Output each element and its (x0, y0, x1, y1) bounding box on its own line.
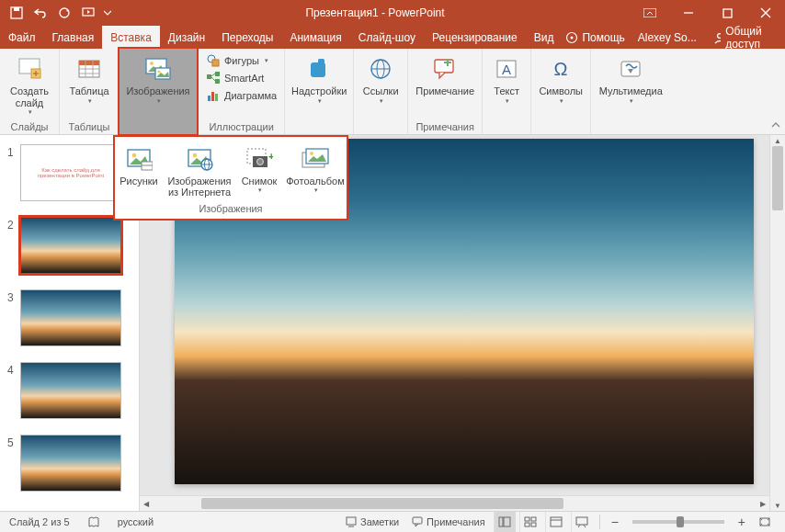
scroll-right-icon[interactable]: ▶ (757, 500, 769, 508)
start-slideshow-icon[interactable] (79, 4, 97, 22)
text-button[interactable]: A Текст▾ (486, 51, 527, 108)
zoom-out-button[interactable]: − (607, 515, 623, 529)
screenshot-button[interactable]: + Снимок▾ (235, 142, 283, 199)
group-illustrations: Фигуры▾ SmartArt Диаграмма Иллюстрации (199, 49, 285, 134)
svg-rect-6 (723, 9, 732, 17)
normal-view-icon[interactable] (494, 512, 516, 533)
comment-button[interactable]: Примечание (412, 51, 478, 101)
media-button[interactable]: Мультимедиа▾ (595, 51, 666, 108)
slideshow-view-icon[interactable] (571, 512, 593, 533)
notes-button[interactable]: Заметки (341, 516, 404, 527)
tab-view[interactable]: Вид (526, 26, 563, 49)
statusbar: Слайд 2 из 5 русский Заметки Примечания … (0, 511, 785, 532)
tab-slideshow[interactable]: Слайд-шоу (350, 26, 424, 49)
tab-review[interactable]: Рецензирование (424, 26, 526, 49)
fit-to-window-icon[interactable] (754, 516, 776, 527)
scrollbar-thumb[interactable] (772, 146, 783, 210)
smartart-button[interactable]: SmartArt (202, 70, 280, 86)
svg-rect-1 (14, 7, 19, 11)
svg-point-23 (158, 71, 161, 74)
language-indicator[interactable]: русский (118, 516, 154, 527)
thumbnail-row[interactable]: 4 (0, 360, 139, 433)
thumbnail-slide-5[interactable] (20, 435, 121, 492)
svg-rect-28 (215, 79, 220, 84)
photo-album-button[interactable]: Фотоальбом▾ (283, 142, 347, 199)
images-icon (143, 54, 173, 84)
svg-point-8 (571, 36, 574, 39)
thumbnail-row[interactable]: 2 (0, 215, 139, 288)
reading-view-icon[interactable] (545, 512, 567, 533)
svg-point-49 (193, 153, 198, 158)
svg-rect-31 (215, 94, 218, 101)
scrollbar-thumb[interactable] (201, 498, 563, 509)
pictures-button[interactable]: Рисунки (114, 142, 164, 199)
thumbnail-slide-3[interactable] (20, 289, 121, 346)
images-button[interactable]: Изображения▾ (123, 51, 193, 108)
online-pictures-button[interactable]: Изображения из Интернета (164, 142, 235, 199)
spellcheck-button[interactable] (83, 515, 105, 528)
comment-icon (430, 54, 460, 84)
svg-rect-29 (208, 96, 210, 101)
svg-point-9 (717, 33, 721, 38)
tab-home[interactable]: Главная (44, 26, 103, 49)
maximize-icon[interactable] (708, 0, 746, 26)
qat-customize-icon[interactable] (103, 4, 112, 22)
svg-rect-63 (499, 517, 503, 526)
quick-access-toolbar (0, 4, 119, 22)
thumbnail-slide-1[interactable]: Как сделать слайд для презентации в Powe… (20, 144, 121, 201)
comments-button[interactable]: Примечания (407, 516, 490, 527)
shapes-button[interactable]: Фигуры▾ (202, 52, 280, 69)
tab-file[interactable]: Файл (0, 26, 44, 49)
tab-animations[interactable]: Анимация (281, 26, 349, 49)
group-tables-label: Таблицы (69, 119, 110, 134)
media-icon (616, 54, 645, 84)
undo-icon[interactable] (31, 4, 50, 22)
share-button[interactable]: Общий доступ (706, 26, 778, 49)
help-button[interactable]: Помощь (562, 31, 628, 44)
tab-design[interactable]: Дизайн (160, 26, 213, 49)
group-links: Ссылки▾ x (354, 49, 408, 134)
thumbnail-row[interactable]: 3 (0, 288, 139, 360)
group-tables: Таблица▾ Таблицы (60, 49, 119, 134)
thumbnail-slide-2[interactable] (20, 217, 121, 274)
thumbnail-row[interactable]: 5 (0, 433, 139, 505)
symbols-button[interactable]: Ω Символы▾ (535, 51, 586, 108)
svg-point-45 (132, 153, 137, 158)
tab-transitions[interactable]: Переходы (213, 26, 281, 49)
sorter-view-icon[interactable] (519, 512, 541, 533)
scroll-up-icon[interactable]: ▲ (770, 135, 785, 146)
save-icon[interactable] (7, 4, 26, 22)
horizontal-scrollbar[interactable]: ◀ ▶ (140, 495, 769, 511)
thumbnail-number: 2 (7, 217, 20, 232)
scroll-left-icon[interactable]: ◀ (140, 500, 153, 508)
collapse-ribbon-icon[interactable] (770, 119, 781, 130)
chart-icon (206, 88, 221, 103)
group-text: A Текст▾ x (483, 49, 531, 134)
notes-icon (346, 516, 357, 527)
group-images: Изображения▾ x (118, 47, 199, 136)
vertical-scrollbar[interactable]: ▲ ▼ (769, 135, 785, 511)
redo-icon[interactable] (55, 4, 74, 22)
new-slide-button[interactable]: Создать слайд▾ (4, 51, 55, 119)
chart-button[interactable]: Диаграмма (202, 87, 280, 104)
svg-rect-26 (207, 74, 211, 79)
group-slides-label: Слайды (11, 119, 49, 134)
addins-button[interactable]: Надстройки▾ (289, 51, 349, 108)
zoom-handle[interactable] (677, 516, 684, 527)
minimize-icon[interactable] (669, 0, 708, 26)
svg-rect-67 (525, 523, 529, 526)
scroll-down-icon[interactable]: ▼ (770, 500, 785, 511)
new-slide-icon (15, 54, 44, 84)
zoom-slider[interactable] (632, 520, 724, 524)
online-pictures-icon (185, 144, 214, 174)
ribbon-display-icon[interactable] (631, 0, 669, 26)
group-comments: Примечание Примечания (408, 49, 483, 134)
links-button[interactable]: Ссылки▾ (358, 51, 404, 108)
user-account[interactable]: Alexey So... (634, 31, 700, 44)
close-icon[interactable] (746, 0, 785, 26)
group-comments-label: Примечания (415, 119, 474, 134)
table-button[interactable]: Таблица▾ (63, 51, 115, 108)
thumbnail-slide-4[interactable] (20, 362, 121, 419)
zoom-in-button[interactable]: + (734, 515, 750, 529)
tab-insert[interactable]: Вставка (102, 26, 160, 49)
